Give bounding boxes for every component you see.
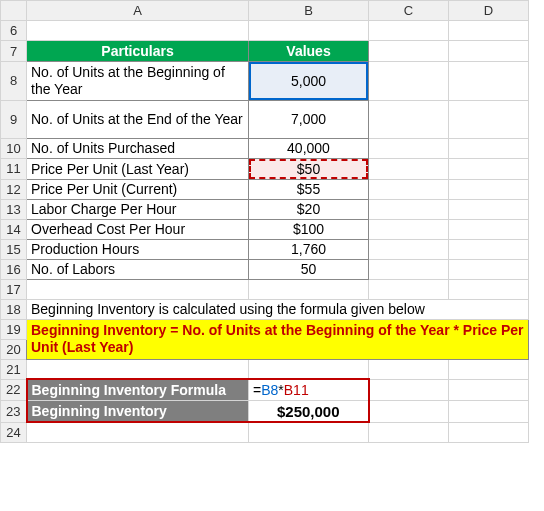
cell-C15[interactable] — [369, 239, 449, 259]
cell-C8[interactable] — [369, 62, 449, 101]
value-price-last-year: $50 — [249, 159, 368, 179]
cell-D16[interactable] — [449, 259, 529, 279]
row-header-16[interactable]: 16 — [1, 259, 27, 279]
col-header-A[interactable]: A — [27, 1, 249, 21]
col-header-C[interactable]: C — [369, 1, 449, 21]
spreadsheet[interactable]: A B C D 6 7 Particulars Values 8 No. of … — [0, 0, 529, 443]
label-production-hours: Production Hours — [27, 241, 139, 257]
cell-A14[interactable]: Overhead Cost Per Hour — [27, 219, 249, 239]
row-header-14[interactable]: 14 — [1, 219, 27, 239]
cell-C17[interactable] — [369, 279, 449, 299]
row-header-11[interactable]: 11 — [1, 158, 27, 179]
cell-B7[interactable]: Values — [249, 41, 369, 62]
cell-D22[interactable] — [449, 379, 529, 401]
cell-B12[interactable]: $55 — [249, 179, 369, 199]
row-header-10[interactable]: 10 — [1, 138, 27, 158]
cell-B11[interactable]: $50 — [249, 158, 369, 179]
cell-A13[interactable]: Labor Charge Per Hour — [27, 199, 249, 219]
cell-C12[interactable] — [369, 179, 449, 199]
row-header-7[interactable]: 7 — [1, 41, 27, 62]
cell-C10[interactable] — [369, 138, 449, 158]
cell-B10[interactable]: 40,000 — [249, 138, 369, 158]
cell-D9[interactable] — [449, 100, 529, 138]
row-header-15[interactable]: 15 — [1, 239, 27, 259]
label-price-current: Price Per Unit (Current) — [27, 181, 177, 197]
value-units-purchased: 40,000 — [287, 140, 330, 156]
cell-A11[interactable]: Price Per Unit (Last Year) — [27, 158, 249, 179]
cell-A8[interactable]: No. of Units at the Beginning of the Yea… — [27, 62, 249, 101]
row-header-19[interactable]: 19 — [1, 319, 27, 339]
cell-D12[interactable] — [449, 179, 529, 199]
cell-A21[interactable] — [27, 359, 249, 379]
value-units-begin: 5,000 — [249, 62, 368, 100]
cell-B22[interactable]: =B8*B11 — [249, 379, 369, 401]
cell-C24[interactable] — [369, 422, 449, 442]
cell-B23[interactable]: $250,000 — [249, 401, 369, 423]
cell-C22[interactable] — [369, 379, 449, 401]
row-header-17[interactable]: 17 — [1, 279, 27, 299]
cell-A16[interactable]: No. of Labors — [27, 259, 249, 279]
cell-B14[interactable]: $100 — [249, 219, 369, 239]
header-particulars: Particulars — [27, 41, 248, 61]
cell-B6[interactable] — [249, 21, 369, 41]
cell-D24[interactable] — [449, 422, 529, 442]
cell-C14[interactable] — [369, 219, 449, 239]
row-header-13[interactable]: 13 — [1, 199, 27, 219]
value-production-hours: 1,760 — [291, 241, 326, 257]
cell-B16[interactable]: 50 — [249, 259, 369, 279]
formula-editing: =B8*B11 — [253, 382, 309, 398]
row-header-9[interactable]: 9 — [1, 100, 27, 138]
cell-A17[interactable] — [27, 279, 249, 299]
cell-B24[interactable] — [249, 422, 369, 442]
cell-D11[interactable] — [449, 158, 529, 179]
cell-D8[interactable] — [449, 62, 529, 101]
row-header-21[interactable]: 21 — [1, 359, 27, 379]
cell-A18[interactable]: Beginning Inventory is calculated using … — [27, 299, 529, 319]
cell-C23[interactable] — [369, 401, 449, 423]
cell-D17[interactable] — [449, 279, 529, 299]
cell-A6[interactable] — [27, 21, 249, 41]
row-header-12[interactable]: 12 — [1, 179, 27, 199]
cell-A12[interactable]: Price Per Unit (Current) — [27, 179, 249, 199]
cell-B17[interactable] — [249, 279, 369, 299]
cell-B15[interactable]: 1,760 — [249, 239, 369, 259]
cell-D10[interactable] — [449, 138, 529, 158]
row-header-24[interactable]: 24 — [1, 422, 27, 442]
row-header-8[interactable]: 8 — [1, 62, 27, 101]
cell-B13[interactable]: $20 — [249, 199, 369, 219]
cell-C6[interactable] — [369, 21, 449, 41]
cell-C9[interactable] — [369, 100, 449, 138]
cell-D7[interactable] — [449, 41, 529, 62]
cell-A19[interactable]: Beginning Inventory = No. of Units at th… — [27, 319, 529, 359]
cell-A24[interactable] — [27, 422, 249, 442]
cell-D6[interactable] — [449, 21, 529, 41]
cell-A7[interactable]: Particulars — [27, 41, 249, 62]
row-header-20[interactable]: 20 — [1, 339, 27, 359]
cell-C21[interactable] — [369, 359, 449, 379]
cell-A10[interactable]: No. of Units Purchased — [27, 138, 249, 158]
cell-B9[interactable]: 7,000 — [249, 100, 369, 138]
row-header-18[interactable]: 18 — [1, 299, 27, 319]
cell-B21[interactable] — [249, 359, 369, 379]
cell-A22[interactable]: Beginning Inventory Formula — [27, 379, 249, 401]
row-header-22[interactable]: 22 — [1, 379, 27, 401]
cell-A9[interactable]: No. of Units at the End of the Year — [27, 100, 249, 138]
cell-C7[interactable] — [369, 41, 449, 62]
cell-A15[interactable]: Production Hours — [27, 239, 249, 259]
select-all-corner[interactable] — [1, 1, 27, 21]
cell-A23[interactable]: Beginning Inventory — [27, 401, 249, 423]
cell-D14[interactable] — [449, 219, 529, 239]
cell-D21[interactable] — [449, 359, 529, 379]
cell-B8[interactable]: 5,000 — [249, 62, 369, 101]
cell-C11[interactable] — [369, 158, 449, 179]
row-header-23[interactable]: 23 — [1, 401, 27, 423]
row-header-6[interactable]: 6 — [1, 21, 27, 41]
cell-D13[interactable] — [449, 199, 529, 219]
cell-D15[interactable] — [449, 239, 529, 259]
value-no-labors: 50 — [301, 261, 317, 277]
cell-C16[interactable] — [369, 259, 449, 279]
col-header-D[interactable]: D — [449, 1, 529, 21]
col-header-B[interactable]: B — [249, 1, 369, 21]
cell-C13[interactable] — [369, 199, 449, 219]
cell-D23[interactable] — [449, 401, 529, 423]
